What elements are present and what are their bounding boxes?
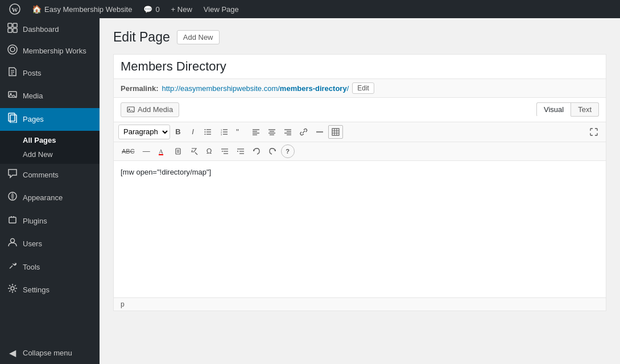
collapse-icon: ◀ [7, 347, 18, 359]
svg-rect-2 [8, 23, 12, 27]
editor-mode-tabs: Visual Text [536, 102, 599, 117]
table-button[interactable] [328, 125, 343, 139]
align-left-button[interactable] [249, 125, 263, 139]
sidebar-item-tools[interactable]: Tools [0, 256, 100, 279]
users-icon [7, 237, 18, 251]
sidebar-item-users[interactable]: Users [0, 233, 100, 255]
svg-point-17 [11, 239, 15, 243]
sidebar-label-appearance: Appearance [23, 193, 63, 203]
font-color-button[interactable]: A [155, 144, 170, 158]
add-new-button[interactable]: Add New [177, 30, 220, 44]
editor-wrap: Add Media Visual Text Paragraph B I [114, 98, 606, 311]
sidebar-item-appearance[interactable]: Appearance [0, 187, 100, 209]
special-char-button[interactable]: Ω [202, 144, 216, 158]
sidebar-item-plugins[interactable]: Plugins [0, 210, 100, 233]
sidebar-label-pages: Pages [23, 114, 44, 125]
wp-logo[interactable]: W [5, 0, 25, 18]
svg-point-6 [8, 45, 17, 54]
page-header: Edit Page Add New [113, 30, 606, 45]
align-center-button[interactable] [264, 125, 279, 139]
unordered-list-button[interactable] [201, 125, 216, 139]
sidebar-label-comments: Comments [23, 170, 59, 180]
edit-permalink-button[interactable]: Edit [352, 82, 374, 94]
dashboard-icon [7, 23, 18, 36]
sidebar-collapse-menu[interactable]: ◀ Collapse menu [0, 342, 100, 364]
fullscreen-button[interactable] [586, 125, 601, 139]
help-button[interactable]: ? [281, 144, 295, 158]
sidebar-item-posts[interactable]: Posts [0, 62, 100, 85]
add-media-icon [127, 105, 135, 114]
horizontal-rule-button[interactable] [312, 125, 327, 139]
sidebar-label-users: Users [23, 239, 42, 249]
svg-rect-47 [332, 129, 339, 135]
toolbar-row-2: ABC — A Ω [114, 142, 606, 161]
bold-button[interactable]: B [171, 125, 185, 139]
comments-icon [7, 168, 18, 182]
admin-bar: W 🏠 Easy Membership Website 💬 0 + New Vi… [0, 0, 620, 18]
content-area: Edit Page Add New Permalink: http://easy… [100, 18, 620, 364]
tab-visual[interactable]: Visual [536, 102, 571, 117]
tab-text[interactable]: Text [571, 102, 599, 117]
add-media-button[interactable]: Add Media [121, 102, 179, 117]
adminbar-view-page[interactable]: View Page [199, 0, 243, 18]
undo-button[interactable] [249, 144, 264, 158]
paragraph-select[interactable]: Paragraph [118, 125, 170, 139]
page-title-input[interactable] [114, 55, 606, 79]
sidebar-sub-all-pages[interactable]: All Pages [0, 133, 100, 147]
svg-text:W: W [12, 6, 18, 13]
pages-submenu: All Pages Add New [0, 131, 100, 164]
sidebar-collapse-label: Collapse menu [23, 348, 72, 358]
editor-content-area[interactable]: [mw open="!directory/map"] [114, 161, 606, 297]
sidebar-label-plugins: Plugins [23, 216, 47, 226]
svg-line-58 [195, 152, 197, 155]
svg-point-26 [205, 134, 206, 135]
sidebar-item-dashboard[interactable]: Dashboard [0, 18, 100, 41]
svg-rect-5 [13, 28, 17, 32]
adminbar-new[interactable]: + New [167, 0, 197, 18]
svg-point-25 [205, 131, 206, 133]
sidebar-label-posts: Posts [23, 68, 42, 78]
main-layout: Dashboard Membership Works Posts [0, 18, 620, 364]
indent-button[interactable] [233, 144, 248, 158]
sidebar-item-settings[interactable]: Settings [0, 279, 100, 301]
ordered-list-button[interactable]: 123 [217, 125, 232, 139]
pages-icon [7, 113, 18, 126]
permalink-bar: Permalink: http://easymembershipwebsite.… [114, 79, 606, 98]
adminbar-site-name[interactable]: 🏠 Easy Membership Website [27, 0, 137, 18]
sidebar-label-membership-works: Membership Works [23, 47, 86, 56]
sidebar-label-dashboard: Dashboard [23, 24, 59, 35]
svg-rect-4 [8, 28, 12, 32]
sidebar-item-membership-works[interactable]: Membership Works [0, 41, 100, 61]
settings-icon [7, 283, 18, 297]
edit-form: Permalink: http://easymembershipwebsite.… [113, 54, 606, 311]
permalink-link[interactable]: http://easymembershipwebsite.com/members… [162, 84, 349, 93]
strikethrough-button[interactable]: ABC [118, 144, 138, 158]
editor-status-bar: p [114, 297, 606, 311]
clear-format-button[interactable] [187, 144, 201, 158]
sidebar-label-settings: Settings [23, 285, 49, 295]
appearance-icon [7, 191, 18, 205]
svg-point-7 [10, 47, 15, 52]
svg-text:3: 3 [221, 133, 222, 136]
link-button[interactable] [296, 125, 311, 139]
hr-button[interactable]: — [139, 144, 154, 158]
svg-rect-14 [10, 115, 16, 123]
posts-icon [7, 67, 18, 80]
paste-plain-button[interactable] [171, 144, 185, 158]
blockquote-button[interactable]: " [233, 125, 247, 139]
adminbar-comments[interactable]: 💬 0 [139, 0, 164, 18]
sidebar-item-media[interactable]: Media [0, 85, 100, 107]
italic-button[interactable]: I [186, 125, 200, 139]
sidebar-item-comments[interactable]: Comments [0, 164, 100, 187]
align-right-button[interactable] [280, 125, 295, 139]
membership-works-icon [7, 44, 18, 58]
sidebar-sub-add-new[interactable]: Add New [0, 147, 100, 162]
svg-rect-53 [159, 154, 163, 155]
plugins-icon [7, 214, 18, 228]
svg-point-24 [205, 129, 206, 130]
sidebar-label-media: Media [23, 91, 43, 101]
redo-button[interactable] [265, 144, 280, 158]
sidebar-item-pages[interactable]: Pages [0, 108, 100, 131]
outdent-button[interactable] [217, 144, 232, 158]
tools-icon [7, 260, 18, 274]
